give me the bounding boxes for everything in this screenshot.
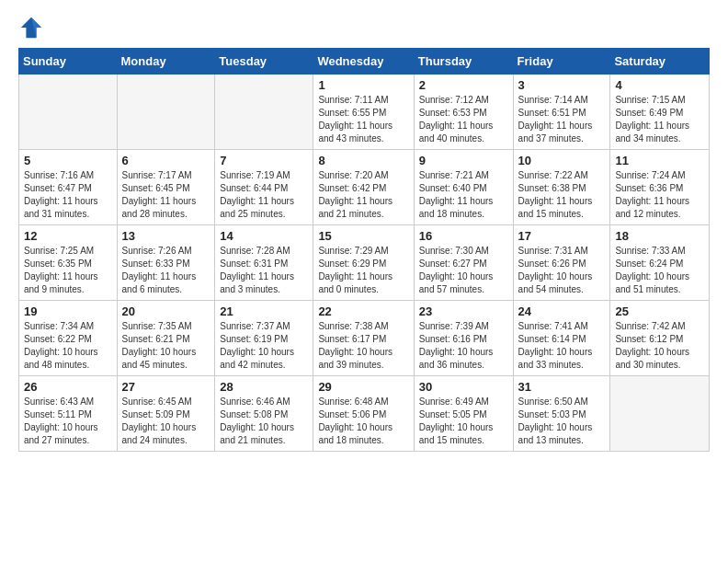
day-number: 27 — [122, 380, 210, 394]
calendar: SundayMondayTuesdayWednesdayThursdayFrid… — [18, 48, 710, 452]
day-cell: 31Sunrise: 6:50 AM Sunset: 5:03 PM Dayli… — [513, 376, 610, 452]
day-info: Sunrise: 6:43 AM Sunset: 5:11 PM Dayligh… — [24, 396, 112, 447]
day-info: Sunrise: 7:42 AM Sunset: 6:12 PM Dayligh… — [615, 320, 704, 372]
day-info: Sunrise: 7:29 AM Sunset: 6:29 PM Dayligh… — [318, 245, 408, 296]
day-number: 10 — [518, 154, 606, 167]
day-info: Sunrise: 7:19 AM Sunset: 6:44 PM Dayligh… — [220, 169, 308, 221]
day-number: 22 — [318, 304, 408, 318]
day-number: 25 — [615, 304, 704, 318]
day-cell: 18Sunrise: 7:33 AM Sunset: 6:24 PM Dayli… — [610, 225, 710, 301]
day-cell: 30Sunrise: 6:49 AM Sunset: 5:05 PM Dayli… — [414, 376, 513, 452]
day-info: Sunrise: 6:49 AM Sunset: 5:05 PM Dayligh… — [419, 396, 508, 447]
day-cell: 24Sunrise: 7:41 AM Sunset: 6:14 PM Dayli… — [513, 301, 610, 376]
day-number: 19 — [24, 304, 112, 318]
day-number: 24 — [518, 304, 606, 318]
day-number: 29 — [318, 380, 408, 394]
day-number: 20 — [122, 304, 210, 318]
weekday-header-row: SundayMondayTuesdayWednesdayThursdayFrid… — [19, 49, 710, 75]
day-number: 7 — [220, 154, 308, 167]
week-row-3: 12Sunrise: 7:25 AM Sunset: 6:35 PM Dayli… — [19, 225, 710, 301]
day-info: Sunrise: 7:22 AM Sunset: 6:38 PM Dayligh… — [518, 169, 606, 221]
day-info: Sunrise: 7:12 AM Sunset: 6:53 PM Dayligh… — [419, 94, 508, 145]
day-cell: 13Sunrise: 7:26 AM Sunset: 6:33 PM Dayli… — [117, 225, 215, 301]
day-number: 30 — [419, 380, 508, 394]
day-number: 2 — [419, 78, 508, 92]
day-info: Sunrise: 7:31 AM Sunset: 6:26 PM Dayligh… — [518, 245, 606, 296]
week-row-1: 1Sunrise: 7:11 AM Sunset: 6:55 PM Daylig… — [19, 75, 710, 150]
day-cell: 27Sunrise: 6:45 AM Sunset: 5:09 PM Dayli… — [117, 376, 215, 452]
day-info: Sunrise: 7:25 AM Sunset: 6:35 PM Dayligh… — [24, 245, 112, 296]
week-row-2: 5Sunrise: 7:16 AM Sunset: 6:47 PM Daylig… — [19, 150, 710, 225]
day-info: Sunrise: 7:21 AM Sunset: 6:40 PM Dayligh… — [419, 169, 508, 221]
day-number: 28 — [220, 380, 308, 394]
day-number: 13 — [122, 229, 210, 243]
week-row-5: 26Sunrise: 6:43 AM Sunset: 5:11 PM Dayli… — [19, 376, 710, 452]
day-number: 6 — [122, 154, 210, 167]
day-info: Sunrise: 7:41 AM Sunset: 6:14 PM Dayligh… — [518, 320, 606, 372]
day-cell: 8Sunrise: 7:20 AM Sunset: 6:42 PM Daylig… — [313, 150, 414, 225]
day-info: Sunrise: 7:20 AM Sunset: 6:42 PM Dayligh… — [318, 169, 408, 221]
day-info: Sunrise: 7:37 AM Sunset: 6:19 PM Dayligh… — [220, 320, 308, 372]
day-cell: 28Sunrise: 6:46 AM Sunset: 5:08 PM Dayli… — [215, 376, 313, 452]
day-number: 5 — [24, 154, 112, 167]
day-info: Sunrise: 6:45 AM Sunset: 5:09 PM Dayligh… — [122, 396, 210, 447]
day-cell: 29Sunrise: 6:48 AM Sunset: 5:06 PM Dayli… — [313, 376, 414, 452]
header — [18, 15, 710, 40]
day-cell: 23Sunrise: 7:39 AM Sunset: 6:16 PM Dayli… — [414, 301, 513, 376]
weekday-header-friday: Friday — [513, 49, 610, 75]
day-cell: 9Sunrise: 7:21 AM Sunset: 6:40 PM Daylig… — [414, 150, 513, 225]
day-info: Sunrise: 7:17 AM Sunset: 6:45 PM Dayligh… — [122, 169, 210, 221]
weekday-header-sunday: Sunday — [19, 49, 118, 75]
day-cell — [610, 376, 710, 452]
day-cell: 20Sunrise: 7:35 AM Sunset: 6:21 PM Dayli… — [117, 301, 215, 376]
week-row-4: 19Sunrise: 7:34 AM Sunset: 6:22 PM Dayli… — [19, 301, 710, 376]
day-number: 18 — [615, 229, 704, 243]
weekday-header-wednesday: Wednesday — [313, 49, 414, 75]
day-number: 15 — [318, 229, 408, 243]
day-number: 1 — [318, 78, 408, 92]
day-number: 31 — [518, 380, 606, 394]
day-info: Sunrise: 7:34 AM Sunset: 6:22 PM Dayligh… — [24, 320, 112, 372]
day-cell: 1Sunrise: 7:11 AM Sunset: 6:55 PM Daylig… — [313, 75, 414, 150]
day-info: Sunrise: 7:33 AM Sunset: 6:24 PM Dayligh… — [615, 245, 704, 296]
day-cell — [19, 75, 118, 150]
day-cell: 25Sunrise: 7:42 AM Sunset: 6:12 PM Dayli… — [610, 301, 710, 376]
day-info: Sunrise: 7:16 AM Sunset: 6:47 PM Dayligh… — [24, 169, 112, 221]
day-cell: 14Sunrise: 7:28 AM Sunset: 6:31 PM Dayli… — [215, 225, 313, 301]
day-info: Sunrise: 7:35 AM Sunset: 6:21 PM Dayligh… — [122, 320, 210, 372]
day-cell: 26Sunrise: 6:43 AM Sunset: 5:11 PM Dayli… — [19, 376, 118, 452]
day-number: 12 — [24, 229, 112, 243]
day-info: Sunrise: 6:48 AM Sunset: 5:06 PM Dayligh… — [318, 396, 408, 447]
day-info: Sunrise: 7:15 AM Sunset: 6:49 PM Dayligh… — [615, 94, 704, 145]
day-cell: 6Sunrise: 7:17 AM Sunset: 6:45 PM Daylig… — [117, 150, 215, 225]
day-number: 26 — [24, 380, 112, 394]
page: SundayMondayTuesdayWednesdayThursdayFrid… — [0, 0, 728, 466]
day-cell — [215, 75, 313, 150]
day-cell: 5Sunrise: 7:16 AM Sunset: 6:47 PM Daylig… — [19, 150, 118, 225]
day-cell: 19Sunrise: 7:34 AM Sunset: 6:22 PM Dayli… — [19, 301, 118, 376]
day-cell: 7Sunrise: 7:19 AM Sunset: 6:44 PM Daylig… — [215, 150, 313, 225]
day-number: 4 — [615, 78, 704, 92]
day-info: Sunrise: 7:24 AM Sunset: 6:36 PM Dayligh… — [615, 169, 704, 221]
day-info: Sunrise: 7:38 AM Sunset: 6:17 PM Dayligh… — [318, 320, 408, 372]
day-cell: 22Sunrise: 7:38 AM Sunset: 6:17 PM Dayli… — [313, 301, 414, 376]
day-cell: 16Sunrise: 7:30 AM Sunset: 6:27 PM Dayli… — [414, 225, 513, 301]
day-cell — [117, 75, 215, 150]
day-info: Sunrise: 7:39 AM Sunset: 6:16 PM Dayligh… — [419, 320, 508, 372]
day-number: 14 — [220, 229, 308, 243]
day-number: 17 — [518, 229, 606, 243]
day-cell: 4Sunrise: 7:15 AM Sunset: 6:49 PM Daylig… — [610, 75, 710, 150]
day-cell: 11Sunrise: 7:24 AM Sunset: 6:36 PM Dayli… — [610, 150, 710, 225]
day-number: 23 — [419, 304, 508, 318]
day-info: Sunrise: 7:14 AM Sunset: 6:51 PM Dayligh… — [518, 94, 606, 145]
day-number: 16 — [419, 229, 508, 243]
day-cell: 10Sunrise: 7:22 AM Sunset: 6:38 PM Dayli… — [513, 150, 610, 225]
day-info: Sunrise: 7:28 AM Sunset: 6:31 PM Dayligh… — [220, 245, 308, 296]
day-info: Sunrise: 7:11 AM Sunset: 6:55 PM Dayligh… — [318, 94, 408, 145]
weekday-header-monday: Monday — [117, 49, 215, 75]
day-cell: 15Sunrise: 7:29 AM Sunset: 6:29 PM Dayli… — [313, 225, 414, 301]
day-number: 8 — [318, 154, 408, 167]
day-info: Sunrise: 6:50 AM Sunset: 5:03 PM Dayligh… — [518, 396, 606, 447]
day-number: 3 — [518, 78, 606, 92]
day-cell: 17Sunrise: 7:31 AM Sunset: 6:26 PM Dayli… — [513, 225, 610, 301]
